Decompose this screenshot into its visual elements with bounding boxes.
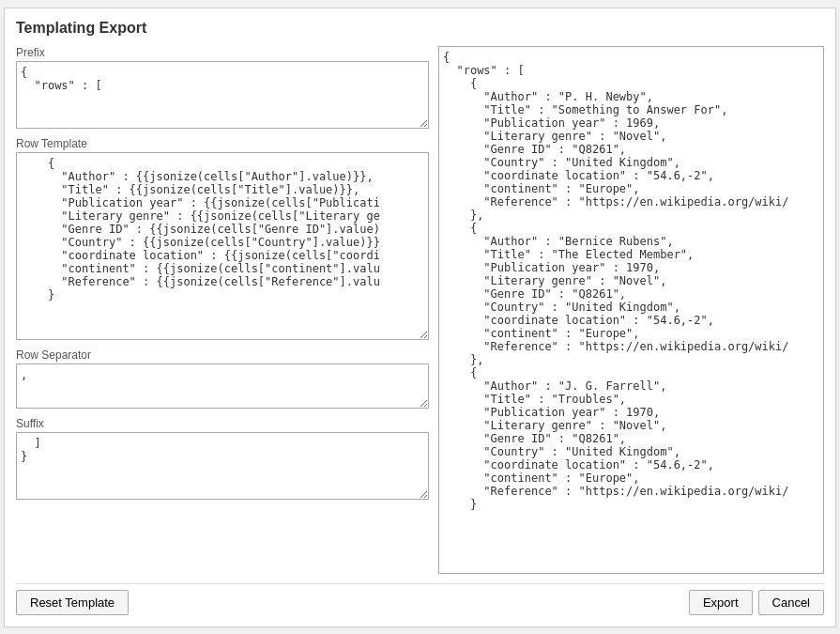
reset-template-button[interactable]: Reset Template (16, 590, 129, 615)
prefix-section: Prefix (16, 46, 429, 131)
footer: Reset Template Export Cancel (16, 583, 824, 615)
row-template-section: Row Template (16, 137, 429, 343)
prefix-textarea[interactable] (16, 61, 429, 129)
row-template-textarea[interactable] (16, 152, 429, 340)
row-separator-label: Row Separator (16, 348, 429, 362)
footer-left: Reset Template (16, 590, 129, 615)
export-button[interactable]: Export (689, 590, 753, 615)
cancel-button[interactable]: Cancel (758, 590, 824, 615)
suffix-label: Suffix (16, 417, 429, 430)
preview-textarea[interactable] (438, 46, 824, 574)
suffix-section: Suffix (16, 417, 429, 503)
right-panel (438, 46, 824, 574)
main-content: Prefix Row Template Row Separator Suffix (16, 46, 824, 574)
footer-right: Export Cancel (689, 590, 824, 615)
templating-export-dialog: Templating Export Prefix Row Template Ro… (4, 8, 836, 627)
row-template-label: Row Template (16, 137, 429, 150)
left-panel: Prefix Row Template Row Separator Suffix (16, 46, 429, 574)
dialog-title: Templating Export (16, 20, 824, 37)
suffix-textarea[interactable] (16, 432, 429, 500)
row-separator-textarea[interactable] (16, 363, 429, 409)
row-separator-section: Row Separator (16, 348, 429, 411)
prefix-label: Prefix (16, 46, 429, 59)
